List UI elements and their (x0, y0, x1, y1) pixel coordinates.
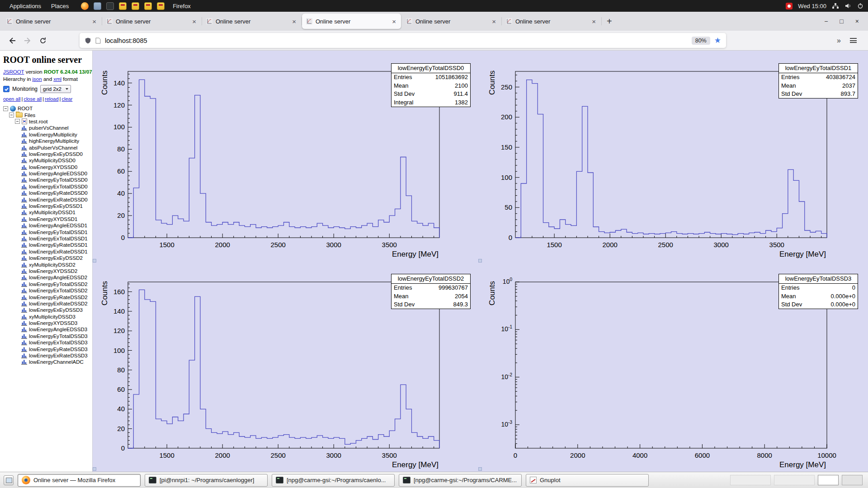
tree-item-lowEnergyEyRateDSSD0[interactable]: lowEnergyEyRateDSSD0 (3, 190, 89, 196)
tree-item-lowEnergyMultiplicity[interactable]: lowEnergyMultiplicity (3, 131, 89, 138)
window-maximize-button[interactable]: □ (840, 18, 843, 25)
tree-item-lowEnergyEyRateDSSD1[interactable]: lowEnergyEyRateDSSD1 (3, 242, 89, 248)
tree-item-lowEnergyEyTotalDSSD0[interactable]: lowEnergyEyTotalDSSD0 (3, 177, 89, 183)
tree-item-xyMultiplicityDSSD3[interactable]: xyMultiplicityDSSD3 (3, 314, 89, 320)
collapse-icon[interactable] (15, 119, 20, 124)
splitter-handle[interactable] (93, 259, 96, 263)
power-icon[interactable] (857, 3, 863, 9)
tree-item-lowEnergyExRateDSSD2[interactable]: lowEnergyExRateDSSD2 (3, 300, 89, 307)
tree-item-lowEnergyEyTotalDSSD1[interactable]: lowEnergyEyTotalDSSD1 (3, 229, 89, 235)
tree-item-lowEnergyExEyDSSD3[interactable]: lowEnergyExEyDSSD3 (3, 307, 89, 313)
tree-item-lowEnergyXYDSSD1[interactable]: lowEnergyXYDSSD1 (3, 216, 89, 222)
tab-close-icon[interactable]: × (191, 18, 197, 25)
tab-online-server-5[interactable]: Online server × (402, 14, 501, 29)
files-launcher-icon[interactable] (94, 2, 101, 10)
status-icon-red[interactable] (786, 3, 793, 9)
monitoring-checkbox[interactable] (3, 86, 9, 92)
tab-online-server-4-active[interactable]: Online server × (302, 14, 401, 29)
firefox-launcher-icon[interactable] (81, 2, 89, 10)
tree-item-lowEnergyXYDSSD0[interactable]: lowEnergyXYDSSD0 (3, 164, 89, 170)
url-bar[interactable]: localhost:8085 80% ★ (80, 33, 726, 48)
taskbar-window-terminal-1[interactable]: [pi@nnrpi1: ~/Programs/caenlogger] (145, 474, 268, 487)
splitter-handle[interactable] (478, 259, 482, 263)
stats-box-lowEnergyEyTotalDSSD1[interactable]: lowEnergyEyTotalDSSD1Entries403836724Mea… (778, 63, 858, 99)
clock[interactable]: Wed 15:00 (798, 3, 826, 9)
tree-item-lowEnergyAngleEDSSD0[interactable]: lowEnergyAngleEDSSD0 (3, 170, 89, 177)
tab-close-icon[interactable]: × (591, 18, 597, 25)
reload-link[interactable]: reload (45, 96, 59, 102)
splitter-handle[interactable] (478, 467, 482, 471)
shield-icon[interactable] (85, 37, 91, 44)
reload-button[interactable] (35, 33, 51, 48)
tree-item-pulserVsChannel[interactable]: pulserVsChannel (3, 125, 89, 131)
tree-item-lowEnergyExTotalDSSD0[interactable]: lowEnergyExTotalDSSD0 (3, 183, 89, 190)
tree-item-lowEnergyChannelADC[interactable]: lowEnergyChannelADC (3, 359, 89, 365)
network-icon[interactable] (832, 3, 839, 9)
tree-item-highEnergyMultiplicity[interactable]: highEnergyMultiplicity (3, 138, 89, 144)
window-minimize-button[interactable]: − (824, 18, 828, 25)
forward-button[interactable] (20, 33, 35, 48)
tab-close-icon[interactable]: × (491, 18, 497, 25)
tab-online-server-2[interactable]: Online server × (102, 14, 201, 29)
stats-box-lowEnergyEyTotalDSSD0[interactable]: lowEnergyEyTotalDSSD0Entries1051863692Me… (391, 63, 471, 107)
hamburger-menu-icon[interactable] (845, 33, 861, 48)
show-desktop-button[interactable] (4, 475, 14, 485)
tab-close-icon[interactable]: × (91, 18, 97, 25)
launcher-icon-1[interactable] (119, 2, 127, 10)
open-all-link[interactable]: open all (3, 96, 21, 102)
jsroot-link[interactable]: JSROOT (3, 69, 24, 75)
histogram-panel-dssd2[interactable]: 1500200025003000350002040608010012014016… (93, 261, 480, 472)
active-app-name[interactable]: Firefox (173, 3, 191, 9)
taskbar-window-terminal-3[interactable]: [npg@carme-gsi:~/Programs/CARME... (399, 474, 522, 487)
workspace-2[interactable] (842, 475, 863, 485)
tree-item-xyMultiplicityDSSD1[interactable]: xyMultiplicityDSSD1 (3, 209, 89, 216)
tree-item-lowEnergyEyRateDSSD3[interactable]: lowEnergyEyRateDSSD3 (3, 346, 89, 352)
taskbar-window-firefox[interactable]: Online server — Mozilla Firefox (18, 474, 141, 487)
tree-item-lowEnergyAngleEDSSD2[interactable]: lowEnergyAngleEDSSD2 (3, 274, 89, 281)
window-close-button[interactable]: × (855, 18, 859, 25)
terminal-launcher-icon[interactable] (106, 2, 114, 10)
places-menu[interactable]: Places (46, 0, 74, 12)
tree-item-lowEnergyEyTotalDSSD3[interactable]: lowEnergyEyTotalDSSD3 (3, 333, 89, 339)
histogram-panel-dssd0[interactable]: 15002000250030003500020406080100120140En… (93, 51, 480, 261)
tab-online-server-1[interactable]: Online server × (2, 14, 101, 29)
bookmark-star-icon[interactable]: ★ (714, 36, 721, 45)
layout-select[interactable]: grid 2x2 (40, 85, 71, 93)
tree-item-lowEnergyExEyDSSD1[interactable]: lowEnergyExEyDSSD1 (3, 203, 89, 209)
stats-box-lowEnergyEyTotalDSSD3[interactable]: lowEnergyEyTotalDSSD3Entries0Mean0.000e+… (778, 274, 858, 309)
back-button[interactable] (5, 33, 20, 48)
launcher-icon-3[interactable] (144, 2, 152, 10)
launcher-icon-2[interactable] (132, 2, 139, 10)
workspace-1[interactable] (818, 475, 839, 485)
tree-node-files[interactable]: Files (3, 112, 89, 118)
tree-item-lowEnergyAngleEDSSD1[interactable]: lowEnergyAngleEDSSD1 (3, 222, 89, 229)
tab-online-server-3[interactable]: Online server × (202, 14, 301, 29)
json-link[interactable]: json (33, 76, 42, 82)
xml-link[interactable]: xml (53, 76, 61, 82)
page-info-icon[interactable] (95, 38, 101, 44)
tree-node-test-root[interactable]: test.root (3, 118, 89, 125)
tree-item-xyMultiplicityDSSD0[interactable]: xyMultiplicityDSSD0 (3, 157, 89, 164)
overflow-menu-button[interactable]: » (837, 37, 841, 45)
tree-item-lowEnergyExTotalDSSD3[interactable]: lowEnergyExTotalDSSD3 (3, 339, 89, 346)
tree-item-lowEnergyEyTotalDSSD2[interactable]: lowEnergyEyTotalDSSD2 (3, 281, 89, 287)
clear-link[interactable]: clear (61, 96, 72, 102)
zoom-indicator[interactable]: 80% (692, 37, 710, 45)
tree-item-lowEnergyExTotalDSSD1[interactable]: lowEnergyExTotalDSSD1 (3, 235, 89, 242)
tree-item-lowEnergyExEyDSSD2[interactable]: lowEnergyExEyDSSD2 (3, 255, 89, 261)
histogram-panel-dssd3[interactable]: 020004000600080001000010010-110-210-3Ene… (480, 261, 868, 472)
tab-online-server-6[interactable]: Online server × (502, 14, 601, 29)
taskbar-window-terminal-2[interactable]: [npg@carme-gsi:~/Programs/caenlo... (272, 474, 395, 487)
stats-box-lowEnergyEyTotalDSSD2[interactable]: lowEnergyEyTotalDSSD2Entries999630767Mea… (391, 274, 471, 309)
collapse-icon[interactable] (3, 106, 8, 111)
tree-item-lowEnergyExRateDSSD3[interactable]: lowEnergyExRateDSSD3 (3, 352, 89, 359)
tree-item-lowEnergyExTotalDSSD2[interactable]: lowEnergyExTotalDSSD2 (3, 287, 89, 294)
new-tab-button[interactable]: + (601, 16, 618, 27)
applications-menu[interactable]: Applications (5, 0, 46, 12)
volume-icon[interactable] (844, 3, 852, 9)
tree-item-lowEnergyXYDSSD3[interactable]: lowEnergyXYDSSD3 (3, 320, 89, 326)
tree-item-xyMultiplicityDSSD2[interactable]: xyMultiplicityDSSD2 (3, 261, 89, 267)
tree-item-lowEnergyExRateDSSD1[interactable]: lowEnergyExRateDSSD1 (3, 249, 89, 255)
splitter-handle[interactable] (93, 467, 96, 471)
tree-item-lowEnergyAngleEDSSD3[interactable]: lowEnergyAngleEDSSD3 (3, 326, 89, 333)
